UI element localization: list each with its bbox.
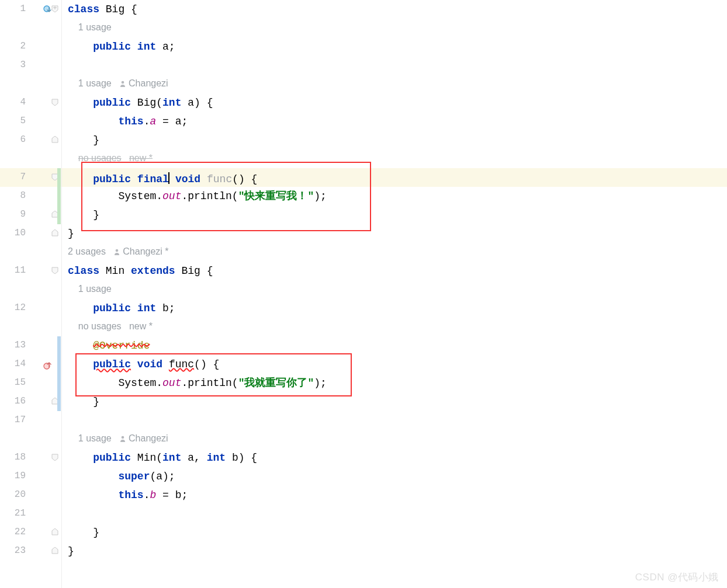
code-line: this.a = a; xyxy=(62,112,188,127)
code-area[interactable]: class Big { 1 usage public int a; 1 usag… xyxy=(62,0,727,588)
code-line: } xyxy=(62,131,99,145)
line-number: 21 xyxy=(0,505,26,518)
line-number: 5 xyxy=(0,112,26,126)
code-line: super(a); xyxy=(62,467,175,482)
fold-open-icon[interactable] xyxy=(51,267,58,274)
code-line xyxy=(62,411,68,415)
vcs-added-marker[interactable] xyxy=(57,206,61,224)
vcs-added-marker[interactable] xyxy=(57,187,61,206)
code-line: } xyxy=(62,542,74,556)
code-line: public int a; xyxy=(62,37,175,52)
line-number: 13 xyxy=(0,336,26,350)
line-number: 16 xyxy=(0,392,26,406)
vcs-modified-marker[interactable] xyxy=(57,374,61,392)
line-number: 1 xyxy=(0,0,26,13)
line-number: 10 xyxy=(0,224,26,238)
line-number: 9 xyxy=(0,206,26,219)
vcs-modified-marker[interactable] xyxy=(57,392,61,411)
person-icon xyxy=(119,80,126,87)
vcs-modified-marker[interactable] xyxy=(57,336,61,355)
fold-close-icon[interactable] xyxy=(51,229,58,236)
code-line: this.b = b; xyxy=(62,486,188,500)
code-line: } xyxy=(62,206,99,220)
line-number: 23 xyxy=(0,542,26,555)
code-line xyxy=(62,56,68,60)
svg-point-2 xyxy=(122,81,124,84)
code-editor[interactable]: 1 2 3 4 5 6 7 8 9 xyxy=(0,0,727,588)
line-number: 3 xyxy=(0,56,26,69)
line-number: 15 xyxy=(0,374,26,387)
line-number: 17 xyxy=(0,411,26,425)
code-line: System.out.println("我就重写你了"); xyxy=(62,374,327,388)
override-up-icon[interactable] xyxy=(43,360,54,370)
inlay-hint[interactable]: 1 usage xyxy=(62,19,112,32)
inlay-hint[interactable]: no usages new * xyxy=(62,318,153,331)
fold-open-icon[interactable] xyxy=(51,5,58,12)
line-number: 2 xyxy=(0,37,26,51)
inlay-hint[interactable]: 2 usages Changezi * xyxy=(62,243,169,256)
code-line: public Big(int a) { xyxy=(62,93,213,108)
line-number: 11 xyxy=(0,262,26,275)
code-line: class Big { xyxy=(62,0,137,15)
line-number: 14 xyxy=(0,355,26,368)
code-line: System.out.println("快来重写我！"); xyxy=(62,187,327,201)
code-line: public Min(int a, int b) { xyxy=(62,448,257,463)
line-number: 12 xyxy=(0,299,26,312)
gutter-row: 1 xyxy=(0,0,61,19)
watermark-text: CSDN @代码小娥 xyxy=(635,572,719,582)
svg-point-4 xyxy=(122,436,124,439)
fold-close-icon[interactable] xyxy=(51,136,58,143)
fold-close-icon[interactable] xyxy=(51,528,58,535)
line-number: 6 xyxy=(0,131,26,144)
code-line: } xyxy=(62,224,74,239)
code-line: public final void func() { xyxy=(62,168,257,185)
fold-open-icon[interactable] xyxy=(51,99,58,106)
inlay-hint[interactable]: 1 usage Changezi xyxy=(62,430,168,443)
code-line: } xyxy=(62,392,99,407)
fold-close-icon[interactable] xyxy=(51,547,58,554)
line-number: 8 xyxy=(0,187,26,200)
fold-open-icon[interactable] xyxy=(51,454,58,461)
line-number: 19 xyxy=(0,467,26,481)
code-line: @Override xyxy=(62,336,150,351)
code-line: class Min extends Big { xyxy=(62,262,213,276)
line-number: 7 xyxy=(0,168,26,182)
vcs-added-marker[interactable] xyxy=(57,168,61,187)
line-number: 18 xyxy=(0,448,26,462)
inlay-hint[interactable]: 1 usage xyxy=(62,280,112,294)
vcs-modified-marker[interactable] xyxy=(57,355,61,374)
line-number: 20 xyxy=(0,486,26,499)
person-icon xyxy=(113,248,120,255)
line-number: 22 xyxy=(0,523,26,537)
gutter: 1 2 3 4 5 6 7 8 9 xyxy=(0,0,62,588)
code-line: public void func() { xyxy=(62,355,219,370)
svg-point-3 xyxy=(116,249,119,252)
code-line: public int b; xyxy=(62,299,175,314)
inlay-hint[interactable]: no usages new * xyxy=(62,149,153,163)
code-line: } xyxy=(62,523,99,538)
person-icon xyxy=(119,435,126,442)
line-number: 4 xyxy=(0,93,26,107)
inlay-hint[interactable]: 1 usage Changezi xyxy=(62,75,168,88)
code-line xyxy=(62,505,68,509)
